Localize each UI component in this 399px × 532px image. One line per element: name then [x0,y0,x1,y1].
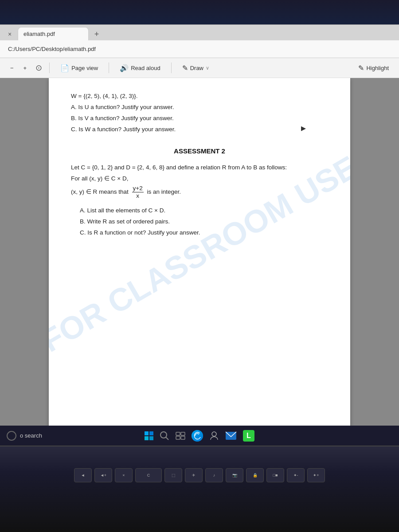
draw-chevron-icon: ∨ [206,65,209,71]
taskbar-item-profile[interactable] [209,431,219,441]
address-text: C:/Users/PC/Desktop/eliamath.pdf [8,46,96,52]
desktop-top [0,0,399,27]
add-tab-button[interactable]: + [90,28,103,40]
mail-icon [225,431,237,440]
problem-intro-2: For all (x, y) ∈ C × D, [71,174,328,184]
svg-rect-5 [181,436,185,439]
svg-point-0 [160,432,167,438]
taskbar-item-green[interactable]: L [243,430,254,442]
key-brightness-down[interactable]: ✦- [287,468,305,482]
keyboard-area: ◄ ◄+ × C ⬚ ✈ ♪ 📷 🔒 [0,446,399,500]
pdf-page: FOR CLASSROOM USE ▸ W = {(2, 5), (4, 1),… [49,78,350,437]
relation-text: (x, y) ∈ R means that [71,188,129,195]
highlight-button[interactable]: ✎ Highlight [355,62,392,74]
taskbar-search-area: o search [7,431,42,441]
profile-icon [209,431,219,441]
search-icon [160,431,169,441]
taskbar-icons: L [145,430,254,442]
key-camera[interactable]: 📷 [226,468,243,482]
zoom-plus-button[interactable]: + [20,63,31,73]
intro-line-3: B. Is V a function? Justify your answer. [71,113,328,124]
key-back-plus[interactable]: ◄+ [94,468,112,482]
highlight-icon: ✎ [358,64,364,72]
keyboard-row: ◄ ◄+ × C ⬚ ✈ ♪ 📷 🔒 [74,468,325,482]
read-aloud-button[interactable]: 🔊 Read aloud [116,62,164,74]
svg-point-6 [192,430,203,442]
pdf-toolbar: − + ⊙ 📄 Page view 🔊 Read aloud ✎ Draw ∨ … [0,58,399,78]
assessment-title: ASSESSMENT 2 [71,147,328,155]
zoom-icon: ⊙ [35,63,42,73]
read-aloud-label: Read aloud [131,65,160,71]
intro-line-4: C. Is W a function? Justify your answer. [71,125,328,135]
problem-intro-1: Let C = {0, 1, 2} and D = {2, 4, 6, 8} a… [71,163,328,173]
taskbar-item-mail[interactable] [225,431,237,440]
laptop-bottom: ◄ ◄+ × C ⬚ ✈ ♪ 📷 🔒 [0,446,399,532]
active-tab[interactable]: eliamath.pdf [18,27,89,40]
browser-window: × eliamath.pdf + C:/Users/PC/Desktop/eli… [0,24,399,437]
toolbar-separator-2 [109,63,109,73]
highlight-label: Highlight [366,65,389,71]
tab-bar: × eliamath.pdf + [0,25,399,40]
key-brightness-up[interactable]: ✦+ [307,468,325,482]
key-airplane[interactable]: ✈ [185,468,203,482]
toolbar-separator-3 [171,63,172,73]
cursor-icon: ▸ [301,122,306,134]
item-b: B. Write R as set of ordered pairs. [80,217,328,227]
close-icon: × [8,31,12,38]
key-back[interactable]: ◄ [74,468,92,482]
tab-label: eliamath.pdf [23,31,55,37]
page-view-icon: 📄 [60,64,69,72]
problem-block: Let C = {0, 1, 2} and D = {2, 4, 6, 8} a… [71,163,328,200]
svg-rect-4 [176,436,180,439]
fraction-suffix: is an integer. [147,188,181,195]
pdf-content-area: FOR CLASSROOM USE ▸ W = {(2, 5), (4, 1),… [0,78,399,437]
zoom-controls: − + [7,63,30,73]
taskbar-item-taskview[interactable] [176,432,185,440]
key-display[interactable]: ⬚ [164,468,182,482]
page-view-button[interactable]: 📄 Page view [57,62,102,74]
read-aloud-icon: 🔊 [120,64,129,72]
item-c: C. Is R a function or not? Justify your … [80,228,328,238]
edge-icon [192,430,203,442]
pdf-text-content: W = {(2, 5), (4, 1), (2, 3)}. A. Is U a … [71,91,328,238]
key-window[interactable]: □■ [266,468,284,482]
fraction-denominator: x [135,192,140,200]
svg-rect-3 [181,432,185,435]
zoom-minus-button[interactable]: − [7,63,17,73]
windows-icon [145,431,153,440]
green-app-icon: L [243,430,254,442]
search-circle-icon [7,431,16,441]
relation-definition: (x, y) ∈ R means that y+2 x is an intege… [71,185,328,200]
page-view-label: Page view [71,65,98,71]
svg-point-7 [212,432,216,436]
draw-button[interactable]: ✎ Draw ∨ [179,62,213,74]
address-bar: C:/Users/PC/Desktop/eliamath.pdf [0,40,399,58]
taskbar-item-search[interactable] [160,431,169,441]
taskbar-item-edge[interactable] [192,430,203,442]
taskbar-item-start[interactable] [145,431,153,440]
fraction: y+2 x [132,185,144,200]
task-view-icon [176,432,185,440]
key-lock[interactable]: 🔒 [246,468,264,482]
intro-line-1: W = {(2, 5), (4, 1), (2, 3)}. [71,91,328,102]
draw-icon: ✎ [182,64,188,72]
toolbar-separator [49,63,50,73]
search-label[interactable]: o search [20,432,42,439]
tab-close-button[interactable]: × [4,28,16,40]
draw-label: Draw [190,65,203,71]
intro-line-2: A. Is U a function? Justify your answer. [71,102,328,113]
taskbar: o search [0,426,399,446]
key-media[interactable]: ♪ [205,468,223,482]
fraction-numerator: y+2 [132,185,144,192]
svg-rect-2 [176,432,180,435]
item-a: A. List all the elements of C × D. [80,206,328,216]
key-c[interactable]: C [135,468,162,482]
svg-line-1 [166,437,168,440]
key-x[interactable]: × [115,468,133,482]
